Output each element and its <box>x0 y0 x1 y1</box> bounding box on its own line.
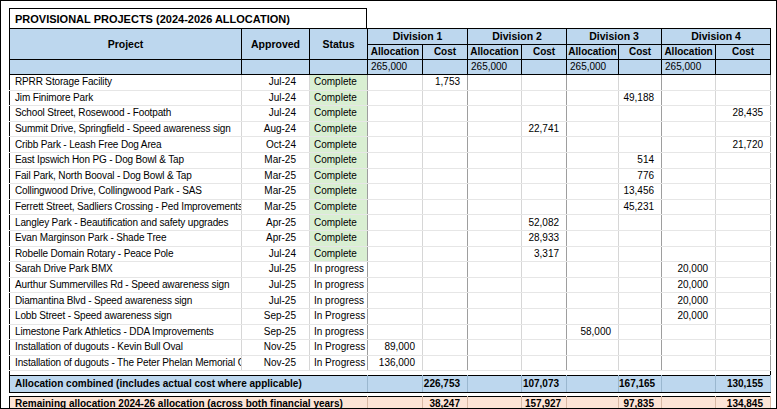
combined-cost-cell[interactable]: 130,155 <box>716 376 771 393</box>
allocation-cell[interactable] <box>567 137 619 153</box>
project-name-cell[interactable]: Installation of dugouts - Kevin Bull Ova… <box>10 340 242 356</box>
cost-cell[interactable]: 22,741 <box>522 121 567 137</box>
cost-cell[interactable] <box>716 262 771 278</box>
cost-cell[interactable] <box>716 277 771 293</box>
budget-cost-cell[interactable] <box>522 60 567 75</box>
allocation-cell[interactable]: 20,000 <box>662 308 716 324</box>
cost-cell[interactable] <box>522 75 567 91</box>
approved-date-cell[interactable]: Jul-24 <box>242 246 310 262</box>
approved-date-cell[interactable]: Mar-25 <box>242 184 310 200</box>
allocation-cell[interactable] <box>567 199 619 215</box>
status-cell[interactable]: In Progress <box>310 308 368 324</box>
allocation-cell[interactable] <box>662 152 716 168</box>
allocation-cell[interactable] <box>662 230 716 246</box>
cost-cell[interactable] <box>423 168 468 184</box>
allocation-cell[interactable] <box>662 90 716 106</box>
allocation-cell[interactable] <box>567 184 619 200</box>
combined-allocation-cell[interactable] <box>368 376 423 393</box>
approved-date-cell[interactable]: Jul-25 <box>242 262 310 278</box>
allocation-cell[interactable] <box>567 277 619 293</box>
allocation-cell[interactable] <box>368 152 423 168</box>
allocation-cell[interactable] <box>368 246 423 262</box>
allocation-cell[interactable]: 58,000 <box>567 324 619 340</box>
cost-cell[interactable] <box>423 355 468 371</box>
column-header-approved[interactable]: Approved <box>242 29 310 60</box>
cost-cell[interactable] <box>619 75 662 91</box>
status-cell[interactable]: Complete <box>310 246 368 262</box>
cost-cell[interactable] <box>423 137 468 153</box>
project-name-cell[interactable]: Robelle Domain Rotary - Peace Pole <box>10 246 242 262</box>
allocation-cell[interactable] <box>468 262 522 278</box>
project-name-cell[interactable]: Lobb Street - Speed awareness sign <box>10 308 242 324</box>
project-name-cell[interactable]: Diamantina Blvd - Speed awareness sign <box>10 293 242 309</box>
allocation-cell[interactable] <box>468 168 522 184</box>
combined-total-label[interactable]: Allocation combined (includes actual cos… <box>10 376 368 393</box>
allocation-cell[interactable] <box>567 230 619 246</box>
approved-date-cell[interactable]: Aug-24 <box>242 121 310 137</box>
allocation-cell[interactable] <box>368 293 423 309</box>
approved-date-cell[interactable]: Nov-25 <box>242 355 310 371</box>
subheader-allocation-1[interactable]: Allocation <box>368 45 423 60</box>
allocation-cell[interactable] <box>368 215 423 231</box>
subheader-cost-1[interactable]: Cost <box>423 45 468 60</box>
cost-cell[interactable] <box>619 137 662 153</box>
cost-cell[interactable] <box>522 90 567 106</box>
allocation-cell[interactable] <box>468 215 522 231</box>
cost-cell[interactable] <box>716 308 771 324</box>
allocation-cell[interactable]: 20,000 <box>662 293 716 309</box>
budget-cost-cell[interactable] <box>619 60 662 75</box>
allocation-cell[interactable] <box>468 340 522 356</box>
allocation-cell[interactable] <box>662 215 716 231</box>
allocation-cell[interactable] <box>468 277 522 293</box>
allocation-cell[interactable]: 20,000 <box>662 262 716 278</box>
approved-date-cell[interactable]: Sep-25 <box>242 324 310 340</box>
budget-cost-cell[interactable] <box>716 60 771 75</box>
combined-cost-cell[interactable]: 107,073 <box>522 376 567 393</box>
combined-cost-cell[interactable]: 167,165 <box>619 376 662 393</box>
cost-cell[interactable] <box>716 340 771 356</box>
cost-cell[interactable] <box>619 277 662 293</box>
allocation-cell[interactable] <box>368 324 423 340</box>
allocation-cell[interactable] <box>567 246 619 262</box>
combined-allocation-cell[interactable] <box>468 376 522 393</box>
allocation-cell[interactable] <box>662 121 716 137</box>
cost-cell[interactable] <box>619 293 662 309</box>
status-cell[interactable]: Complete <box>310 106 368 122</box>
cost-cell[interactable] <box>619 324 662 340</box>
allocation-cell[interactable] <box>468 137 522 153</box>
cost-cell[interactable] <box>423 246 468 262</box>
column-header-division-1[interactable]: Division 1 <box>368 29 468 45</box>
status-cell[interactable]: Complete <box>310 75 368 91</box>
cost-cell[interactable] <box>522 106 567 122</box>
cost-cell[interactable] <box>423 262 468 278</box>
allocation-cell[interactable] <box>567 215 619 231</box>
allocation-cell[interactable] <box>468 199 522 215</box>
column-header-project[interactable]: Project <box>10 29 242 60</box>
combined-allocation-cell[interactable] <box>662 376 716 393</box>
combined-allocation-cell[interactable] <box>567 376 619 393</box>
allocation-cell[interactable] <box>662 75 716 91</box>
remaining-allocation-cell[interactable] <box>468 397 522 409</box>
project-name-cell[interactable]: Limestone Park Athletics - DDA Improveme… <box>10 324 242 340</box>
allocation-cell[interactable] <box>468 293 522 309</box>
cost-cell[interactable] <box>716 90 771 106</box>
cost-cell[interactable] <box>522 168 567 184</box>
cost-cell[interactable] <box>522 199 567 215</box>
allocation-cell[interactable] <box>468 106 522 122</box>
approved-date-cell[interactable]: Jul-24 <box>242 75 310 91</box>
status-cell[interactable]: In progress <box>310 277 368 293</box>
status-cell[interactable]: In Progress <box>310 355 368 371</box>
subheader-cost-2[interactable]: Cost <box>522 45 567 60</box>
allocation-cell[interactable] <box>567 355 619 371</box>
cost-cell[interactable]: 13,456 <box>619 184 662 200</box>
approved-date-cell[interactable]: Oct-24 <box>242 137 310 153</box>
status-cell[interactable]: Complete <box>310 90 368 106</box>
cost-cell[interactable] <box>522 262 567 278</box>
cost-cell[interactable] <box>423 184 468 200</box>
project-name-cell[interactable]: Installation of dugouts - The Peter Phel… <box>10 355 242 371</box>
cost-cell[interactable] <box>619 246 662 262</box>
approved-date-cell[interactable]: Jul-24 <box>242 90 310 106</box>
approved-date-cell[interactable]: Apr-25 <box>242 215 310 231</box>
allocation-cell[interactable] <box>567 340 619 356</box>
approved-date-cell[interactable]: Apr-25 <box>242 230 310 246</box>
